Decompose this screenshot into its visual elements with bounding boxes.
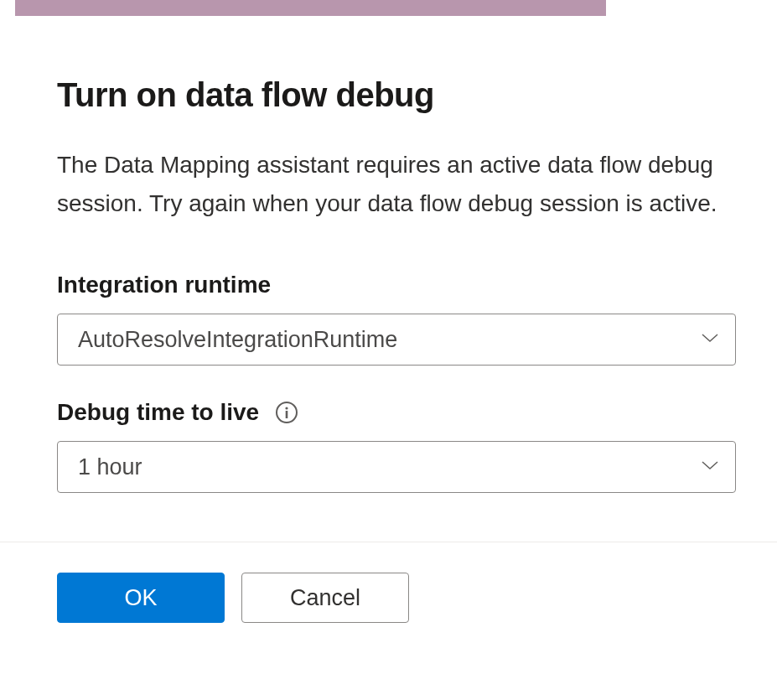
dialog-description: The Data Mapping assistant requires an a…: [57, 146, 728, 223]
debug-ttl-select[interactable]: 1 hour: [57, 441, 736, 493]
ok-button[interactable]: OK: [57, 573, 225, 623]
svg-point-0: [286, 407, 288, 410]
integration-runtime-group: Integration runtime AutoResolveIntegrati…: [57, 272, 728, 366]
integration-runtime-select-wrapper: AutoResolveIntegrationRuntime: [57, 314, 736, 366]
integration-runtime-label-text: Integration runtime: [57, 272, 271, 298]
button-row: OK Cancel: [57, 542, 728, 623]
dialog-title: Turn on data flow debug: [57, 76, 728, 114]
debug-ttl-select-wrapper: 1 hour: [57, 441, 736, 493]
top-accent-bar: [15, 0, 606, 16]
integration-runtime-label: Integration runtime: [57, 272, 728, 298]
debug-dialog: Turn on data flow debug The Data Mapping…: [0, 16, 771, 623]
cancel-button[interactable]: Cancel: [241, 573, 409, 623]
debug-ttl-value: 1 hour: [78, 454, 142, 480]
svg-rect-1: [286, 411, 288, 418]
integration-runtime-select[interactable]: AutoResolveIntegrationRuntime: [57, 314, 736, 366]
integration-runtime-value: AutoResolveIntegrationRuntime: [78, 327, 397, 353]
debug-ttl-group: Debug time to live 1 hour: [57, 399, 728, 493]
info-icon[interactable]: [276, 402, 298, 423]
debug-ttl-label: Debug time to live: [57, 399, 728, 426]
debug-ttl-label-text: Debug time to live: [57, 399, 259, 426]
